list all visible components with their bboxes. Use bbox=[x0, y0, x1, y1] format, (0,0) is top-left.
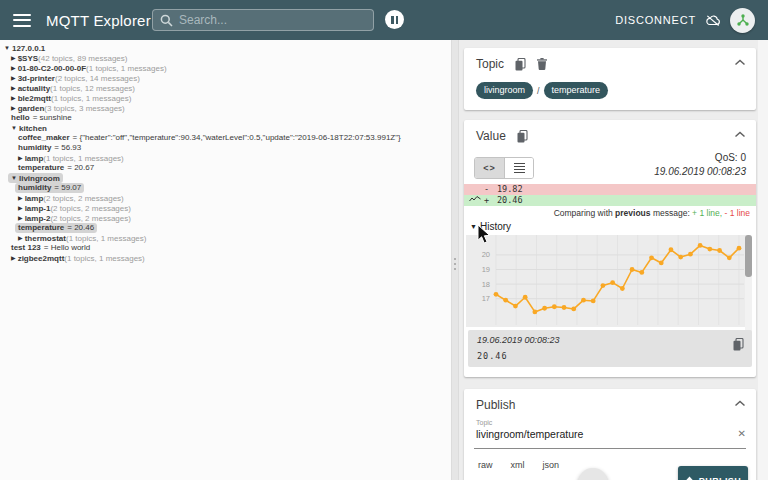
collapse-arrow-icon[interactable]: ▼ bbox=[4, 45, 10, 51]
topic-name: lamp-2 bbox=[25, 214, 51, 223]
expand-arrow-icon[interactable]: ▶ bbox=[11, 75, 16, 81]
expand-arrow-icon[interactable]: ▶ bbox=[11, 65, 16, 71]
topic-value: = 20.67 bbox=[67, 163, 94, 172]
tree-item[interactable]: coffee_maker= {"heater":"off","temperatu… bbox=[0, 133, 451, 143]
diff-view-toggle[interactable]: <> bbox=[475, 158, 504, 178]
tree-item-content: ▼127.0.0.1 bbox=[4, 43, 45, 53]
expand-arrow-icon[interactable]: ▶ bbox=[18, 195, 23, 201]
tree-item[interactable]: humidity= 56.93 bbox=[0, 143, 451, 153]
tree-item[interactable]: ▶garden(3 topics, 3 messages) bbox=[0, 103, 451, 113]
expand-arrow-icon[interactable]: ▶ bbox=[18, 215, 23, 221]
copy-topic-icon[interactable] bbox=[515, 58, 526, 71]
expand-arrow-icon[interactable]: ▶ bbox=[18, 155, 23, 161]
panel-divider[interactable] bbox=[451, 40, 459, 480]
tree-item[interactable]: ▼livingroom bbox=[0, 173, 451, 183]
device-hub-icon bbox=[736, 13, 750, 27]
publish-topic-input[interactable] bbox=[476, 428, 726, 440]
tree-item[interactable]: ▶3d-printer(2 topics, 14 messages) bbox=[0, 73, 451, 83]
topic-name: test 123 bbox=[11, 243, 41, 252]
tree-item[interactable]: hello= sunshine bbox=[0, 113, 451, 123]
shrink-payload-button[interactable]: — bbox=[578, 468, 608, 480]
tree-item[interactable]: ▶thermostat(1 topics, 1 messages) bbox=[0, 233, 451, 243]
tree-item-content: ▶$SYS(42 topics, 89 messages) bbox=[11, 53, 127, 63]
topic-name: lamp-1 bbox=[25, 204, 51, 213]
expand-arrow-icon[interactable]: ▶ bbox=[11, 255, 16, 261]
disconnect-button[interactable]: DISCONNECT bbox=[615, 14, 696, 26]
divider-grip-icon[interactable] bbox=[454, 258, 456, 270]
topic-name: $SYS bbox=[18, 54, 38, 63]
publish-topic-label: Topic bbox=[476, 419, 492, 426]
collapse-value-icon[interactable] bbox=[734, 131, 746, 138]
tree-item[interactable]: ▶lamp(1 topics, 1 messages) bbox=[0, 153, 451, 163]
tree-item[interactable]: ▶ble2mqtt(1 topics, 1 messages) bbox=[0, 93, 451, 103]
tree-item-content: ▶ble2mqtt(1 topics, 1 messages) bbox=[11, 93, 131, 103]
expand-arrow-icon[interactable]: ▶ bbox=[11, 95, 16, 101]
tree-item-content: ▼kitchen bbox=[11, 123, 47, 133]
tree-item[interactable]: ▼127.0.0.1 bbox=[0, 43, 451, 53]
topic-separator: / bbox=[537, 86, 540, 96]
tree-item[interactable]: ▶lamp-1(2 topics, 2 messages) bbox=[0, 203, 451, 213]
tree-item[interactable]: ▶actuality(1 topics, 12 messages) bbox=[0, 83, 451, 93]
search-box[interactable] bbox=[152, 9, 374, 31]
copy-value-icon[interactable] bbox=[517, 130, 528, 143]
menu-icon[interactable] bbox=[13, 14, 31, 27]
topic-chip[interactable]: temperature bbox=[544, 82, 609, 99]
value-view-toggle: <> bbox=[474, 157, 534, 179]
copy-history-icon[interactable] bbox=[733, 338, 744, 351]
format-tab-raw[interactable]: raw bbox=[478, 460, 493, 470]
code-icon: <> bbox=[483, 163, 496, 173]
compare-segment: message: bbox=[651, 208, 693, 218]
format-tab-json[interactable]: json bbox=[543, 460, 560, 470]
clear-topic-icon[interactable]: ✕ bbox=[738, 428, 746, 439]
tree-item[interactable]: ▶01-80-C2-00-00-0F(1 topics, 1 messages) bbox=[0, 63, 451, 73]
publish-card-title: Publish bbox=[476, 398, 515, 412]
tree-item[interactable]: ▶zigbee2mqtt(1 topics, 1 messages) bbox=[0, 253, 451, 263]
history-entry[interactable]: 19.06.2019 00:08:23 20.46 bbox=[468, 330, 752, 367]
topic-value: = sunshine bbox=[33, 113, 72, 122]
format-tab-xml[interactable]: xml bbox=[511, 460, 525, 470]
history-scrollbar-thumb[interactable] bbox=[745, 235, 752, 277]
format-tabs: rawxmljson bbox=[478, 460, 559, 470]
sparkline-icon bbox=[469, 195, 481, 203]
tree-item[interactable]: ▶$SYS(42 topics, 89 messages) bbox=[0, 53, 451, 63]
tree-item[interactable]: temperature= 20.67 bbox=[0, 163, 451, 173]
delete-topic-icon[interactable] bbox=[537, 58, 547, 70]
tree-item[interactable]: ▼kitchen bbox=[0, 123, 451, 133]
detail-panel-scrollbar[interactable] bbox=[758, 40, 768, 480]
connection-avatar[interactable] bbox=[730, 8, 755, 33]
diff-view: - 19.82 + 20.46 bbox=[464, 184, 756, 206]
topic-stats: (1 topics, 1 messages) bbox=[51, 94, 131, 103]
svg-text:19: 19 bbox=[482, 265, 490, 274]
topic-stats: (2 topics, 2 messages) bbox=[43, 194, 123, 203]
tree-item[interactable]: test 123= Hello world bbox=[0, 243, 451, 253]
publish-button[interactable]: PUBLISH bbox=[678, 466, 748, 480]
search-input[interactable] bbox=[179, 13, 373, 27]
topic-stats: (3 topics, 3 messages) bbox=[44, 104, 124, 113]
collapse-arrow-icon[interactable]: ▼ bbox=[11, 125, 17, 131]
compare-caption: Comparing with previous message: + 1 lin… bbox=[554, 208, 750, 218]
history-section-toggle[interactable]: ▼History bbox=[470, 221, 511, 232]
tree-item[interactable]: ▶lamp(2 topics, 2 messages) bbox=[0, 193, 451, 203]
compare-segment: - 1 line bbox=[722, 208, 750, 218]
topic-tree: ▼127.0.0.1▶$SYS(42 topics, 89 messages)▶… bbox=[0, 40, 451, 263]
expand-arrow-icon[interactable]: ▶ bbox=[11, 55, 16, 61]
topic-chip[interactable]: livingroom bbox=[476, 82, 533, 99]
expand-arrow-icon[interactable]: ▶ bbox=[18, 205, 23, 211]
pause-button[interactable] bbox=[385, 10, 404, 29]
collapse-topic-icon[interactable] bbox=[734, 59, 746, 66]
topic-name: 127.0.0.1 bbox=[12, 44, 45, 53]
raw-view-toggle[interactable] bbox=[504, 158, 533, 178]
topic-name: livingroom bbox=[19, 174, 60, 183]
collapse-publish-icon[interactable] bbox=[734, 400, 746, 407]
svg-text:20: 20 bbox=[482, 250, 490, 259]
expand-arrow-icon[interactable]: ▶ bbox=[11, 105, 16, 111]
tree-item[interactable]: ▶lamp-2(2 topics, 2 messages) bbox=[0, 213, 451, 223]
collapse-arrow-icon[interactable]: ▼ bbox=[11, 175, 17, 181]
tree-item-content: temperature= 20.46 bbox=[15, 223, 97, 233]
topic-name: garden bbox=[18, 104, 45, 113]
topic-name: lamp bbox=[25, 194, 44, 203]
tree-item[interactable]: humidity= 59.07 bbox=[0, 183, 451, 193]
tree-item[interactable]: temperature= 20.46 bbox=[0, 223, 451, 233]
expand-arrow-icon[interactable]: ▶ bbox=[18, 235, 23, 241]
expand-arrow-icon[interactable]: ▶ bbox=[11, 85, 16, 91]
